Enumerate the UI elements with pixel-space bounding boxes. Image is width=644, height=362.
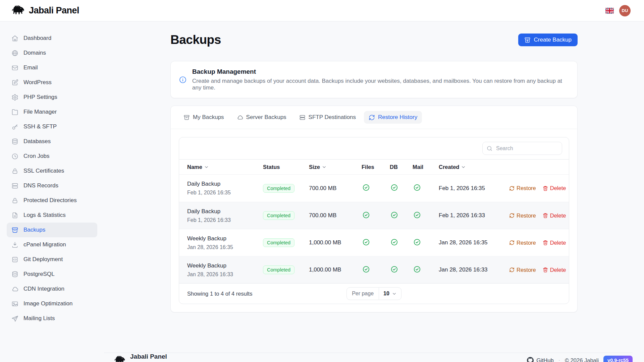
check-circle-icon [413, 265, 421, 273]
sidebar: Dashboard Domains Email WordPress PHP Se… [0, 21, 104, 362]
table-footer: Showing 1 to 4 of 4 results Per page 10 [179, 283, 569, 304]
table-header-row: Name Status Size Files DB Mail [179, 159, 569, 175]
restore-button[interactable]: Restore [509, 185, 536, 191]
results-count: Showing 1 to 4 of 4 results [187, 291, 346, 297]
footer-brand: Jabali Panel [130, 353, 193, 360]
trash-icon [543, 240, 548, 245]
github-link[interactable]: GitHub [527, 357, 553, 362]
database-icon [11, 138, 18, 145]
server-stack-icon [11, 182, 18, 189]
sidebar-item-ssh-sftp[interactable]: SSH & SFTP [7, 119, 97, 134]
sidebar-item-git-deployment[interactable]: Git Deployment [7, 252, 97, 267]
tab-sftp-destinations[interactable]: SFTP Destinations [294, 111, 361, 124]
check-circle-icon [390, 211, 398, 219]
github-icon [527, 357, 534, 362]
trash-icon [543, 186, 548, 191]
check-circle-icon [362, 265, 370, 273]
sidebar-item-backups[interactable]: Backups [7, 223, 97, 237]
sidebar-item-cdn-integration[interactable]: CDN Integration [7, 282, 97, 296]
info-circle-icon [179, 76, 187, 84]
table-row: Daily Backup Feb 1, 2026 16:33 Completed… [179, 202, 569, 229]
table-row: Weekly Backup Jan 28, 2026 16:33 Complet… [179, 256, 569, 283]
trash-icon [543, 267, 548, 273]
page-title: Backups [170, 33, 221, 47]
column-header-created[interactable]: Created [439, 164, 509, 170]
search-input[interactable] [482, 142, 562, 155]
refresh-icon [509, 213, 515, 218]
lock-icon [11, 168, 18, 175]
archive-arrow-down-icon [524, 37, 531, 43]
sidebar-item-ssl-certificates[interactable]: SSL Certificates [7, 164, 97, 178]
tab-bar: My Backups Server Backups SFTP Destinati… [171, 106, 577, 129]
sidebar-item-protected-directories[interactable]: Protected Directories [7, 193, 97, 208]
column-header-name[interactable]: Name [187, 164, 263, 170]
sidebar-item-domains[interactable]: Domains [7, 46, 97, 60]
app-title: Jabali Panel [29, 5, 79, 16]
delete-button[interactable]: Delete [543, 240, 566, 246]
user-avatar[interactable]: DU [619, 5, 631, 16]
check-circle-icon [390, 265, 398, 273]
code-square-icon [11, 256, 18, 263]
sidebar-item-dns-records[interactable]: DNS Records [7, 178, 97, 193]
chevron-down-icon [204, 165, 209, 170]
check-circle-icon [413, 238, 421, 246]
footer-separator: · [558, 357, 560, 362]
version-badge: v0.9-rc55 [603, 356, 633, 362]
refresh-icon [509, 240, 515, 245]
column-header-files: Files [362, 164, 390, 170]
sidebar-item-cron-jobs[interactable]: Cron Jobs [7, 149, 97, 164]
refresh-icon [509, 267, 515, 273]
status-badge: Completed [263, 184, 294, 193]
tab-restore-history[interactable]: Restore History [364, 111, 422, 124]
page-footer: Jabali Panel Web Hosting Control Panel G… [104, 353, 633, 362]
globe-icon [11, 50, 18, 57]
app-brand[interactable]: Jabali Panel [11, 4, 79, 17]
sidebar-item-cpanel-migration[interactable]: cPanel Migration [7, 237, 97, 252]
key-icon [11, 123, 18, 130]
per-page-select[interactable]: Per page 10 [346, 287, 401, 300]
sidebar-item-image-optimization[interactable]: Image Optimization [7, 296, 97, 311]
tab-my-backups[interactable]: My Backups [179, 111, 229, 124]
boar-logo-icon [11, 4, 25, 17]
restore-button[interactable]: Restore [509, 240, 536, 246]
archive-box-icon [11, 227, 18, 234]
sidebar-item-file-manager[interactable]: File Manager [7, 105, 97, 119]
chevron-down-icon [461, 165, 466, 170]
home-icon [11, 35, 18, 42]
sidebar-item-dashboard[interactable]: Dashboard [7, 31, 97, 46]
check-circle-icon [413, 184, 421, 191]
check-circle-icon [362, 184, 370, 191]
table-row: Weekly Backup Jan 28, 2026 16:35 Complet… [179, 229, 569, 256]
cloud-icon [11, 286, 18, 293]
tab-server-backups[interactable]: Server Backups [232, 111, 291, 124]
delete-button[interactable]: Delete [543, 267, 566, 273]
sidebar-item-php-settings[interactable]: PHP Settings [7, 90, 97, 105]
restore-button[interactable]: Restore [509, 267, 536, 273]
lock-icon [11, 197, 18, 204]
delete-button[interactable]: Delete [543, 213, 566, 219]
top-bar: Jabali Panel DU [0, 0, 644, 21]
create-backup-button[interactable]: Create Backup [518, 34, 578, 46]
column-header-db: DB [390, 164, 413, 170]
sidebar-item-postgresql[interactable]: PostgreSQL [7, 267, 97, 282]
restore-history-table-card: Name Status Size Files DB Mail [179, 137, 569, 304]
envelope-icon [11, 64, 18, 71]
sidebar-item-logs-statistics[interactable]: Logs & Statistics [7, 208, 97, 223]
clock-icon [11, 153, 18, 160]
gear-icon [11, 94, 18, 101]
language-flag-icon[interactable] [605, 8, 614, 14]
sidebar-item-wordpress[interactable]: WordPress [7, 75, 97, 90]
pencil-edit-icon [11, 79, 18, 86]
check-circle-icon [362, 238, 370, 246]
refresh-icon [509, 186, 515, 191]
trash-icon [543, 213, 548, 218]
search-icon [486, 145, 493, 152]
column-header-status: Status [263, 164, 309, 170]
restore-button[interactable]: Restore [509, 213, 536, 219]
sidebar-item-email[interactable]: Email [7, 60, 97, 75]
sidebar-item-databases[interactable]: Databases [7, 134, 97, 149]
column-header-size[interactable]: Size [309, 164, 362, 170]
file-text-icon [11, 212, 18, 219]
delete-button[interactable]: Delete [543, 185, 566, 191]
sidebar-item-mailing-lists[interactable]: Mailing Lists [7, 311, 97, 326]
